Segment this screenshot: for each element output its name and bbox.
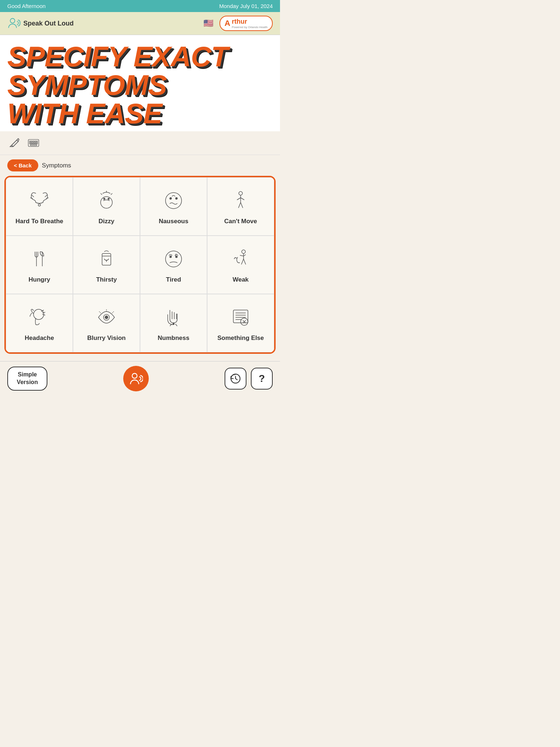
flag-icon[interactable]: 🇺🇸 <box>202 19 215 28</box>
nauseous-icon <box>161 188 186 213</box>
nauseous-label: Nauseous <box>159 218 188 225</box>
simple-version-button[interactable]: SimpleVersion <box>7 367 47 391</box>
svg-line-31 <box>238 202 241 208</box>
keyboard-icon[interactable] <box>26 136 41 150</box>
symptom-hard-to-breathe[interactable]: Hard To Breathe <box>6 177 73 236</box>
history-icon <box>230 373 241 384</box>
svg-line-47 <box>244 259 246 264</box>
arthur-name: rthur <box>232 18 247 25</box>
speak-icon <box>7 17 20 30</box>
symptom-thirsty[interactable]: Thirsty <box>73 236 140 294</box>
toolbar <box>0 131 280 155</box>
greeting: Good Afternoon <box>7 3 46 9</box>
speak-button[interactable] <box>123 366 149 391</box>
svg-rect-37 <box>102 253 111 265</box>
svg-point-0 <box>10 19 15 23</box>
cant-move-label: Can't Move <box>224 218 257 225</box>
symptom-dizzy[interactable]: Dizzy <box>73 177 140 236</box>
symptom-nauseous[interactable]: Nauseous <box>140 177 207 236</box>
svg-point-27 <box>239 191 242 195</box>
help-label: ? <box>258 373 265 384</box>
headache-icon <box>27 305 52 330</box>
svg-point-20 <box>108 198 109 200</box>
svg-line-58 <box>175 324 177 326</box>
svg-point-68 <box>132 374 137 378</box>
svg-line-21 <box>101 193 102 195</box>
symptom-hungry[interactable]: Hungry <box>6 236 73 294</box>
speak-button-icon <box>129 372 143 386</box>
cant-move-icon <box>228 188 253 213</box>
simple-version-label: SimpleVersion <box>17 371 38 385</box>
svg-point-17 <box>38 204 40 206</box>
something-else-label: Something Else <box>217 334 264 342</box>
svg-rect-12 <box>30 144 37 146</box>
breadcrumb: < Back Symptoms <box>0 155 280 176</box>
headache-label: Headache <box>25 334 54 342</box>
svg-rect-2 <box>30 141 31 142</box>
hero-title: SPECIFY EXACTSYMPTOMSWITH EASE <box>7 42 273 128</box>
dizzy-label: Dizzy <box>98 218 114 225</box>
pencil-icon[interactable] <box>7 136 22 150</box>
svg-point-24 <box>166 193 182 209</box>
hungry-icon <box>27 246 52 272</box>
symptom-grid: Hard To Breathe Dizzy <box>6 177 274 352</box>
arthur-sub: Powered by Orlando Health <box>232 26 268 29</box>
svg-line-30 <box>241 198 244 200</box>
tired-icon: z <box>161 246 186 272</box>
svg-point-25 <box>170 197 172 199</box>
hard-to-breathe-label: Hard To Breathe <box>16 218 63 225</box>
symptom-tired[interactable]: z Tired <box>140 236 207 294</box>
back-label: < Back <box>14 162 32 169</box>
svg-line-50 <box>42 312 45 313</box>
something-else-icon <box>228 305 253 330</box>
svg-line-14 <box>45 195 47 197</box>
svg-point-19 <box>104 198 105 200</box>
blurry-vision-icon <box>94 305 119 330</box>
svg-rect-3 <box>31 141 32 142</box>
arthur-logo: A rthur Powered by Orlando Health <box>219 16 273 31</box>
svg-rect-5 <box>35 141 36 142</box>
status-bar: Good Afternoon Monday July 01, 2024 <box>0 0 280 12</box>
tired-label: Tired <box>166 276 181 283</box>
svg-rect-6 <box>36 141 38 142</box>
help-button[interactable]: ? <box>251 368 273 390</box>
hungry-label: Hungry <box>28 276 50 283</box>
svg-point-59 <box>173 323 174 325</box>
svg-rect-8 <box>31 143 32 144</box>
svg-line-22 <box>111 193 112 195</box>
history-button[interactable] <box>225 368 246 390</box>
svg-rect-7 <box>30 143 31 144</box>
blurry-vision-label: Blurry Vision <box>87 334 126 342</box>
svg-point-53 <box>105 316 108 319</box>
symptom-blurry-vision[interactable]: Blurry Vision <box>73 294 140 352</box>
svg-line-54 <box>99 311 101 314</box>
symptom-cant-move[interactable]: Can't Move <box>207 177 274 236</box>
svg-point-44 <box>242 250 245 253</box>
svg-line-32 <box>241 202 243 208</box>
back-button[interactable]: < Back <box>7 159 38 171</box>
symptom-weak[interactable]: Weak <box>207 236 274 294</box>
thirsty-label: Thirsty <box>96 276 117 283</box>
symptom-something-else[interactable]: Something Else <box>207 294 274 352</box>
numbness-icon <box>161 305 186 330</box>
svg-line-55 <box>112 311 114 314</box>
svg-line-13 <box>31 195 34 197</box>
svg-point-26 <box>176 197 178 199</box>
svg-point-18 <box>101 197 112 208</box>
symptom-headache[interactable]: Headache <box>6 294 73 352</box>
svg-point-41 <box>170 256 172 258</box>
hard-to-breathe-icon <box>27 188 52 213</box>
breadcrumb-current: Symptoms <box>42 162 71 169</box>
arthur-a: A <box>225 19 230 28</box>
svg-text:z: z <box>175 253 177 257</box>
svg-rect-4 <box>33 141 34 142</box>
header-right: 🇺🇸 A rthur Powered by Orlando Health <box>202 16 273 31</box>
svg-rect-11 <box>36 143 38 144</box>
svg-point-40 <box>166 251 182 267</box>
dizzy-icon <box>94 188 119 213</box>
app-name-label: Speak Out Loud <box>23 20 74 27</box>
svg-rect-9 <box>33 143 34 144</box>
symptom-numbness[interactable]: Numbness <box>140 294 207 352</box>
symptom-grid-container: Hard To Breathe Dizzy <box>4 176 276 354</box>
svg-line-51 <box>42 314 45 315</box>
